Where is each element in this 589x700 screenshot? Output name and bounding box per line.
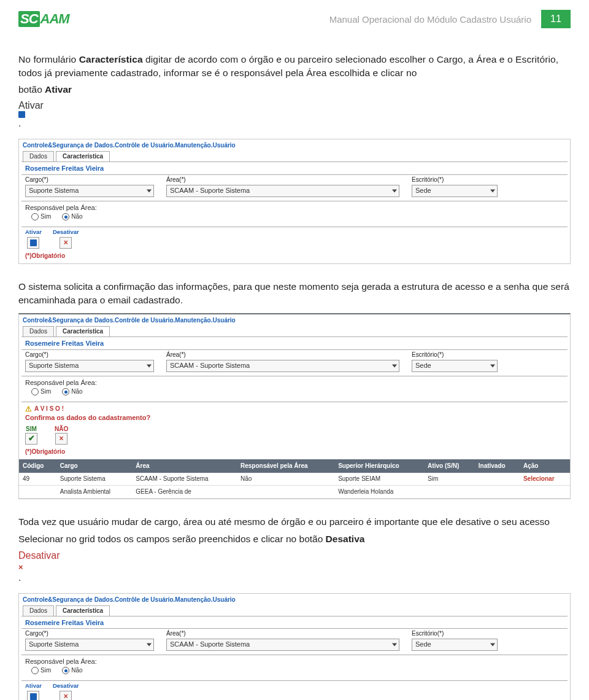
tab-dados[interactable]: Dados [23,151,54,161]
chevron-down-icon [490,189,495,192]
cargo-select[interactable]: Suporte Sistema [25,360,154,372]
user-name-label: Rosemeire Freitas Vieira [19,162,570,174]
confirm-nao-button[interactable]: × [55,433,67,445]
obrigatorio-note: (*)Obrigatório [19,251,570,263]
cargo-select[interactable]: Suporte Sistema [25,185,154,197]
table-row[interactable]: Analista Ambiental GEEA - Gerência de Wa… [19,485,570,498]
chevron-down-icon [147,189,152,192]
ativar-button[interactable] [27,237,39,249]
chevron-down-icon [392,189,397,192]
tab-dados[interactable]: Dados [23,326,54,336]
escritorio-select[interactable]: Sede [412,360,498,372]
paragraph-3: Toda vez que usuário mudar de cargo, áre… [18,515,571,529]
chevron-down-icon [392,643,397,646]
doc-header: SCAAM Manual Operacional do Módulo Cadas… [18,10,571,28]
resp-nao-radio[interactable]: Não [62,388,82,395]
brand-logo: SCAAM [18,11,69,27]
escritorio-select[interactable]: Sede [412,639,498,651]
close-x-icon: × [18,561,571,572]
area-select[interactable]: SCAAM - Suporte Sistema [166,360,399,372]
selecionar-link[interactable]: Selecionar [520,473,570,486]
page-number-badge: 11 [541,10,571,28]
aviso-text: A V I S O ! [34,405,64,413]
tab-caracteristica[interactable]: Característica [56,151,110,161]
area-select[interactable]: SCAAM - Suporte Sistema [166,185,399,197]
manual-title: Manual Operacional do Módulo Cadastro Us… [329,14,531,25]
confirm-question: Confirma os dados do cadastramento? [19,414,570,424]
breadcrumb: Controle&Segurança de Dados.Contrôle de … [19,314,570,325]
resp-sim-radio[interactable]: Sim [31,667,51,674]
paragraph-2: O sistema solicita a confirmação das inf… [18,280,571,308]
resp-area-label: Responsável pela Área: [25,204,564,212]
resp-sim-radio[interactable]: Sim [31,213,51,220]
tab-caracteristica[interactable]: Característica [56,605,110,616]
chevron-down-icon [147,643,152,646]
save-disk-icon [18,111,571,118]
table-row[interactable]: 49 Suporte Sistema SCAAM - Suporte Siste… [19,473,570,486]
resp-nao-radio[interactable]: Não [62,213,82,220]
screenshot-form-2: Controle&Segurança de Dados.Contrôle de … [18,313,571,499]
paragraph-1b: botão Ativar [18,83,571,96]
tab-dados[interactable]: Dados [23,605,54,616]
warning-icon: ⚠ [25,405,32,413]
desativar-button[interactable]: × [60,691,72,700]
resp-sim-radio[interactable]: Sim [31,388,51,395]
paragraph-4: Selecionar no grid todos os campos serão… [18,532,571,546]
cargo-select[interactable]: Suporte Sistema [25,639,154,651]
screenshot-form-1: Controle&Segurança de Dados.Contrôle de … [18,139,571,263]
chevron-down-icon [490,364,495,367]
area-select[interactable]: SCAAM - Suporte Sistema [166,639,399,651]
breadcrumb: Controle&Segurança de Dados.Contrôle de … [19,139,570,150]
grid-table: Código Cargo Área Responsável pela Área … [19,459,570,499]
screenshot-form-3: Controle&Segurança de Dados.Contrôle de … [18,593,571,700]
chevron-down-icon [392,364,397,367]
escritorio-select[interactable]: Sede [412,185,498,197]
resp-nao-radio[interactable]: Não [62,667,82,674]
tab-caracteristica[interactable]: Característica [56,326,110,336]
confirm-sim-button[interactable]: ✔ [25,433,37,445]
paragraph-1: No formulário Característica digitar de … [18,53,571,80]
desativar-button[interactable]: × [60,237,72,249]
chevron-down-icon [147,364,152,367]
ativar-button[interactable] [27,691,39,700]
chevron-down-icon [490,643,495,646]
